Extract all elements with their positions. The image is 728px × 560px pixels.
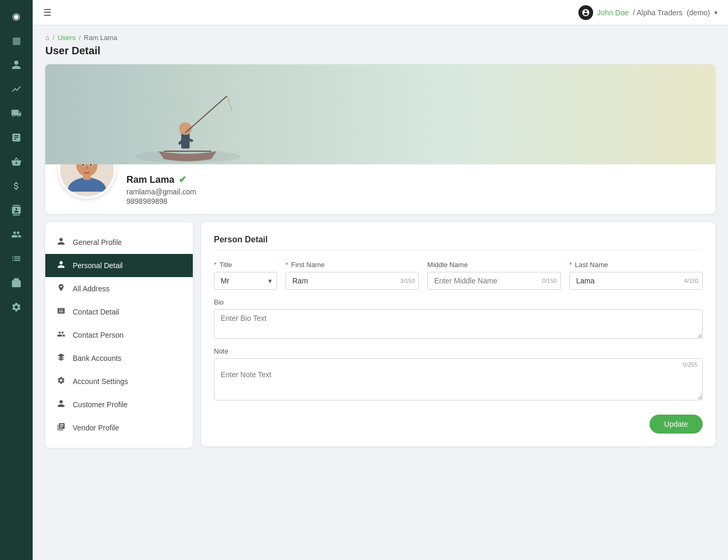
menu-label-contact-person: Contact Person bbox=[73, 331, 124, 339]
profile-full-name: Ram Lama bbox=[126, 174, 174, 185]
menu-item-bank-accounts[interactable]: Bank Accounts bbox=[45, 347, 193, 370]
account-settings-icon bbox=[56, 376, 66, 387]
contact-detail-icon bbox=[56, 307, 66, 317]
menu-item-personal-detail[interactable]: Personal Detail bbox=[45, 254, 193, 277]
first-name-input[interactable] bbox=[286, 272, 419, 290]
user-menu-chevron[interactable]: ▾ bbox=[714, 9, 717, 16]
middle-name-char-count: 0/150 bbox=[542, 278, 557, 284]
nav-inventory[interactable] bbox=[6, 127, 26, 148]
page-content: ⌂ / Users / Ram Lama User Detail bbox=[33, 25, 728, 560]
menu-label-general-profile: General Profile bbox=[73, 238, 122, 247]
breadcrumb-sep2: / bbox=[78, 34, 81, 42]
user-avatar-icon bbox=[578, 5, 593, 20]
note-label: Note bbox=[214, 347, 703, 355]
first-name-group: * First Name 3/150 bbox=[286, 261, 419, 290]
menu-label-bank-accounts: Bank Accounts bbox=[73, 354, 122, 362]
bio-textarea[interactable] bbox=[214, 309, 703, 339]
menu-label-customer-profile: Customer Profile bbox=[73, 400, 127, 409]
update-button[interactable]: Update bbox=[650, 415, 703, 434]
menu-item-customer-profile[interactable]: Customer Profile bbox=[45, 393, 193, 416]
profile-info-row: Ram Lama ✔ ramlama@gmail.com 9898989898 bbox=[45, 164, 715, 214]
form-actions: Update bbox=[214, 410, 703, 434]
svg-line-3 bbox=[185, 96, 227, 133]
breadcrumb-sep1: / bbox=[53, 34, 55, 42]
name-fields-row: * Title Mr Mrs Ms Dr bbox=[214, 261, 703, 290]
nav-users[interactable] bbox=[6, 55, 26, 75]
last-name-label: * Last Name bbox=[569, 261, 703, 269]
menu-label-account-settings: Account Settings bbox=[73, 377, 128, 386]
menu-label-vendor-profile: Vendor Profile bbox=[73, 424, 119, 432]
all-address-icon bbox=[56, 283, 66, 294]
title-select-wrapper: Mr Mrs Ms Dr bbox=[214, 272, 277, 290]
svg-line-4 bbox=[227, 96, 232, 112]
breadcrumb-users[interactable]: Users bbox=[57, 34, 75, 42]
form-panel: Person Detail * Title Mr Mrs Ms bbox=[201, 222, 715, 446]
profile-card: Ram Lama ✔ ramlama@gmail.com 9898989898 bbox=[45, 64, 715, 214]
nav-reports[interactable] bbox=[6, 79, 26, 99]
nav-shipping[interactable] bbox=[6, 103, 26, 123]
nav-team[interactable] bbox=[6, 224, 26, 244]
breadcrumb-current: Ram Lama bbox=[84, 34, 117, 42]
last-name-group: * Last Name 4/150 bbox=[569, 261, 703, 290]
profile-sidebar-menu: General Profile Personal Detail All Addr… bbox=[45, 222, 193, 448]
menu-label-contact-detail: Contact Detail bbox=[73, 308, 119, 316]
page-title: User Detail bbox=[45, 45, 715, 57]
note-group: Note 0/255 bbox=[214, 347, 703, 402]
profile-text: Ram Lama ✔ ramlama@gmail.com 9898989898 bbox=[126, 170, 196, 205]
contact-person-icon bbox=[56, 330, 66, 340]
menu-item-all-address[interactable]: All Address bbox=[45, 277, 193, 300]
menu-label-personal-detail: Personal Detail bbox=[73, 261, 123, 270]
profile-email: ramlama@gmail.com bbox=[126, 188, 196, 196]
two-column-layout: General Profile Personal Detail All Addr… bbox=[45, 222, 715, 448]
bank-accounts-icon bbox=[56, 353, 66, 363]
menu-item-account-settings[interactable]: Account Settings bbox=[45, 370, 193, 393]
personal-detail-icon bbox=[56, 260, 66, 271]
main-area: ☰ John Doe / Alpha Traders (demo) ▾ ⌂ / … bbox=[33, 0, 728, 560]
title-group: * Title Mr Mrs Ms Dr bbox=[214, 261, 277, 290]
note-textarea[interactable] bbox=[214, 358, 703, 400]
user-company: / Alpha Traders bbox=[633, 8, 682, 17]
profile-name-row: Ram Lama ✔ bbox=[126, 174, 196, 185]
bio-label: Bio bbox=[214, 298, 703, 306]
nav-finance[interactable] bbox=[6, 176, 26, 196]
nav-settings[interactable] bbox=[6, 297, 26, 317]
title-select[interactable]: Mr Mrs Ms Dr bbox=[214, 272, 277, 290]
note-input-wrapper: 0/255 bbox=[214, 358, 703, 402]
middle-name-label: Middle Name bbox=[427, 261, 560, 269]
customer-profile-icon bbox=[56, 399, 66, 410]
last-name-input-wrapper: 4/150 bbox=[569, 272, 703, 290]
vendor-profile-icon bbox=[56, 423, 66, 433]
nav-dashboard[interactable]: ◉ bbox=[6, 6, 26, 26]
menu-item-contact-person[interactable]: Contact Person bbox=[45, 323, 193, 347]
menu-label-all-address: All Address bbox=[73, 284, 110, 293]
nav-contacts[interactable] bbox=[6, 200, 26, 220]
nav-documents[interactable] bbox=[6, 273, 26, 293]
bio-group: Bio bbox=[214, 298, 703, 339]
profile-phone: 9898989898 bbox=[126, 197, 196, 205]
general-profile-icon bbox=[56, 237, 66, 248]
note-char-count: 0/255 bbox=[683, 361, 697, 368]
left-sidebar: ◉ ▦ bbox=[0, 0, 33, 560]
nav-orders[interactable] bbox=[6, 152, 26, 172]
user-demo: (demo) bbox=[687, 8, 710, 17]
breadcrumb: ⌂ / Users / Ram Lama bbox=[45, 34, 715, 42]
middle-name-input[interactable] bbox=[427, 272, 560, 290]
verified-badge: ✔ bbox=[179, 174, 186, 185]
first-name-char-count: 3/150 bbox=[400, 278, 415, 284]
user-name: John Doe bbox=[597, 8, 629, 17]
home-icon[interactable]: ⌂ bbox=[45, 34, 50, 42]
hamburger-menu[interactable]: ☰ bbox=[43, 7, 52, 18]
first-name-input-wrapper: 3/150 bbox=[286, 272, 419, 290]
form-section-title: Person Detail bbox=[214, 235, 703, 250]
menu-item-vendor-profile[interactable]: Vendor Profile bbox=[45, 416, 193, 439]
last-name-char-count: 4/150 bbox=[684, 278, 699, 284]
first-name-label: * First Name bbox=[286, 261, 419, 269]
title-label: * Title bbox=[214, 261, 277, 269]
nav-lists[interactable] bbox=[6, 249, 26, 269]
menu-item-general-profile[interactable]: General Profile bbox=[45, 231, 193, 254]
menu-item-contact-detail[interactable]: Contact Detail bbox=[45, 300, 193, 323]
middle-name-input-wrapper: 0/150 bbox=[427, 272, 560, 290]
last-name-input[interactable] bbox=[569, 272, 703, 290]
profile-banner bbox=[45, 64, 715, 164]
nav-analytics[interactable]: ▦ bbox=[6, 31, 26, 51]
